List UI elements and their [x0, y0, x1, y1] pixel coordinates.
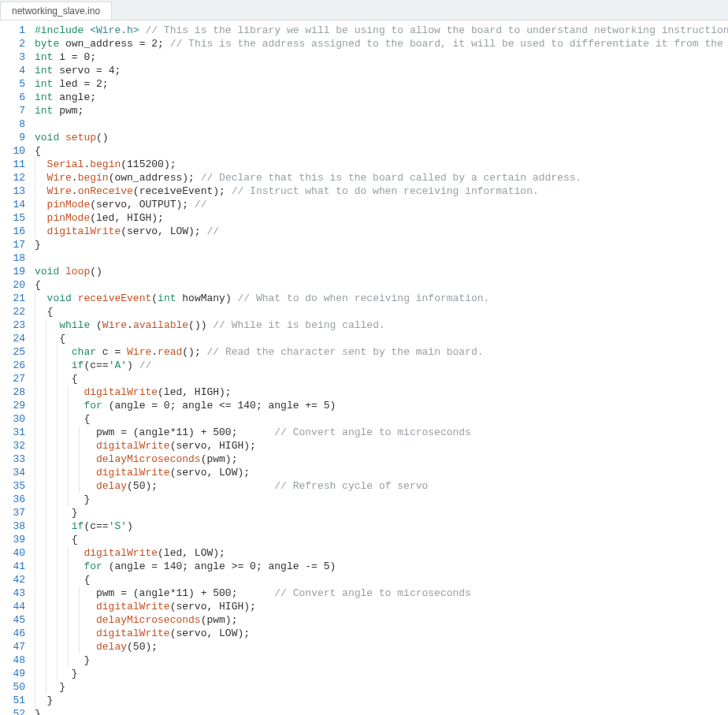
code-line[interactable]: pwm = (angle*11) + 500; // Convert angle…	[35, 587, 728, 600]
code-line[interactable]: pwm = (angle*11) + 500; // Convert angle…	[35, 426, 728, 439]
line-number: 40	[0, 546, 25, 560]
code-line[interactable]: }	[35, 506, 728, 519]
line-number: 25	[0, 345, 25, 359]
line-number: 37	[0, 506, 25, 519]
code-line[interactable]: digitalWrite(servo, HIGH);	[35, 600, 728, 613]
code-line[interactable]: digitalWrite(servo, HIGH);	[35, 439, 728, 452]
line-number: 39	[0, 533, 25, 546]
code-line[interactable]: delayMicroseconds(pwm);	[35, 452, 728, 466]
line-number: 41	[0, 560, 25, 573]
code-line[interactable]: if(c=='S')	[35, 519, 728, 533]
line-number: 38	[0, 519, 25, 533]
code-line[interactable]: int led = 2;	[35, 77, 728, 91]
code-line[interactable]: }	[35, 707, 728, 715]
code-line[interactable]: delay(50); // Refresh cycle of servo	[35, 479, 728, 493]
code-line[interactable]: int angle;	[35, 91, 728, 104]
line-number: 36	[0, 493, 25, 506]
line-number: 20	[0, 278, 25, 292]
code-line[interactable]: void receiveEvent(int howMany) // What t…	[35, 292, 728, 305]
code-line[interactable]: {	[35, 278, 728, 292]
code-line[interactable]: digitalWrite(servo, LOW);	[35, 466, 728, 479]
code-line[interactable]: }	[35, 667, 728, 680]
code-line[interactable]: for (angle = 0; angle <= 140; angle += 5…	[35, 399, 728, 412]
code-line[interactable]: if(c=='A') //	[35, 359, 728, 372]
code-line[interactable]: {	[35, 412, 728, 426]
code-area[interactable]: #include <Wire.h> // This is the library…	[35, 24, 728, 715]
code-line[interactable]: {	[35, 332, 728, 345]
line-number: 13	[0, 184, 25, 198]
code-editor[interactable]: 1234567891011121314151617181920212223242…	[0, 20, 728, 715]
line-number: 29	[0, 399, 25, 412]
line-number: 22	[0, 305, 25, 318]
line-gutter: 1234567891011121314151617181920212223242…	[0, 24, 35, 715]
code-line[interactable]: }	[35, 680, 728, 694]
line-number: 21	[0, 292, 25, 305]
code-line[interactable]: pinMode(servo, OUTPUT); //	[35, 198, 728, 211]
line-number: 18	[0, 251, 25, 265]
line-number: 42	[0, 573, 25, 587]
code-line[interactable]: }	[35, 238, 728, 251]
line-number: 8	[0, 117, 25, 131]
line-number: 1	[0, 24, 25, 37]
code-line[interactable]: int i = 0;	[35, 50, 728, 64]
code-line[interactable]: pinMode(led, HIGH);	[35, 211, 728, 225]
code-line[interactable]: {	[35, 573, 728, 587]
code-line[interactable]: digitalWrite(led, HIGH);	[35, 385, 728, 399]
code-line[interactable]: void setup()	[35, 131, 728, 144]
line-number: 19	[0, 265, 25, 278]
line-number: 10	[0, 144, 25, 158]
code-line[interactable]: byte own_address = 2; // This is the add…	[35, 37, 728, 50]
code-line[interactable]: {	[35, 533, 728, 546]
line-number: 15	[0, 211, 25, 225]
code-line[interactable]: Serial.begin(115200);	[35, 158, 728, 171]
line-number: 24	[0, 332, 25, 345]
code-line[interactable]: {	[35, 144, 728, 158]
line-number: 49	[0, 667, 25, 680]
line-number: 9	[0, 131, 25, 144]
line-number: 5	[0, 77, 25, 91]
code-line[interactable]: int pwm;	[35, 104, 728, 117]
code-line[interactable]: }	[35, 493, 728, 506]
code-line[interactable]: {	[35, 372, 728, 385]
line-number: 44	[0, 600, 25, 613]
code-line[interactable]: while (Wire.available()) // While it is …	[35, 318, 728, 332]
code-line[interactable]	[35, 117, 728, 131]
code-line[interactable]: digitalWrite(led, LOW);	[35, 546, 728, 560]
code-line[interactable]: char c = Wire.read(); // Read the charac…	[35, 345, 728, 359]
code-line[interactable]: delayMicroseconds(pwm);	[35, 613, 728, 627]
code-line[interactable]: Wire.begin(own_address); // Declare that…	[35, 171, 728, 184]
code-line[interactable]	[35, 251, 728, 265]
line-number: 31	[0, 426, 25, 439]
line-number: 52	[0, 707, 25, 715]
line-number: 14	[0, 198, 25, 211]
code-line[interactable]: Wire.onReceive(receiveEvent); // Instruc…	[35, 184, 728, 198]
code-line[interactable]: {	[35, 305, 728, 318]
line-number: 17	[0, 238, 25, 251]
code-line[interactable]: }	[35, 694, 728, 707]
tab-active[interactable]: networking_slave.ino	[0, 2, 112, 20]
code-line[interactable]: for (angle = 140; angle >= 0; angle -= 5…	[35, 560, 728, 573]
line-number: 48	[0, 654, 25, 667]
line-number: 51	[0, 694, 25, 707]
line-number: 47	[0, 640, 25, 654]
line-number: 2	[0, 37, 25, 50]
line-number: 7	[0, 104, 25, 117]
line-number: 35	[0, 479, 25, 493]
code-line[interactable]: #include <Wire.h> // This is the library…	[35, 24, 728, 37]
line-number: 11	[0, 158, 25, 171]
code-line[interactable]: void loop()	[35, 265, 728, 278]
code-line[interactable]: digitalWrite(servo, LOW);	[35, 627, 728, 640]
code-line[interactable]: digitalWrite(servo, LOW); //	[35, 225, 728, 238]
code-line[interactable]: }	[35, 654, 728, 667]
line-number: 43	[0, 587, 25, 600]
line-number: 16	[0, 225, 25, 238]
line-number: 4	[0, 64, 25, 77]
line-number: 34	[0, 466, 25, 479]
line-number: 45	[0, 613, 25, 627]
code-line[interactable]: int servo = 4;	[35, 64, 728, 77]
code-line[interactable]: delay(50);	[35, 640, 728, 654]
line-number: 28	[0, 385, 25, 399]
line-number: 46	[0, 627, 25, 640]
line-number: 12	[0, 171, 25, 184]
line-number: 32	[0, 439, 25, 452]
